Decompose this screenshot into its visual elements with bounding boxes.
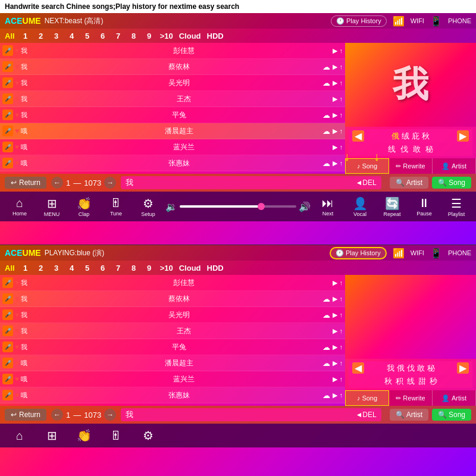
play-icon[interactable]: ▶ (333, 159, 337, 167)
table-row[interactable]: 🎤 ♥ 我 蔡依林 ☁ ▶ ↑ (0, 291, 345, 307)
page-prev-1[interactable]: ← (51, 177, 63, 189)
play-icon[interactable]: ▶ (333, 127, 337, 135)
play-icon[interactable]: ▶ (333, 295, 337, 303)
up-icon[interactable]: ↑ (340, 343, 343, 350)
table-row[interactable]: 🎤 ♥ 哦 张惠妹 ☁ ▶ ↑ (0, 387, 345, 403)
tab-hdd-2[interactable]: HDD (207, 264, 224, 273)
rewrite-action-btn-2[interactable]: ✏ Rewrite (389, 390, 433, 406)
artist-search-btn-2[interactable]: 🔍 Artist (390, 409, 428, 421)
clap-btn-2[interactable]: 👏 (69, 428, 99, 443)
char-opt[interactable]: 我 (387, 363, 394, 374)
next-btn-1[interactable]: ⏭ Next (313, 196, 343, 217)
clap-btn-1[interactable]: 👏 Clap (69, 196, 99, 217)
tune-btn-1[interactable]: 🎚 Tune (101, 196, 131, 217)
up-icon[interactable]: ↑ (340, 327, 343, 334)
tab-2-1[interactable]: 2 (36, 32, 46, 40)
tab-7-1[interactable]: 7 (114, 32, 123, 40)
volume-control-1[interactable]: 🔉 🔊 (165, 201, 311, 212)
char-opt[interactable]: 俄 (392, 131, 399, 142)
char-opt[interactable]: 俄 (397, 363, 405, 374)
up-icon[interactable]: ↑ (340, 127, 343, 134)
table-row[interactable]: 🎤 ♥ 哦 潘晨超主 ☁ ▶ ↑ (0, 355, 345, 371)
nav-left-1[interactable]: ◀ (352, 130, 364, 142)
setup-btn-2[interactable]: ⚙ (133, 428, 163, 443)
home-btn-2[interactable]: ⌂ (5, 429, 35, 443)
up-icon[interactable]: ↑ (340, 311, 343, 318)
pause-btn-1[interactable]: ⏸ Pause (409, 196, 439, 217)
handwrite-canvas-1[interactable]: 我 (345, 43, 476, 127)
nav-left-2[interactable]: ◀ (352, 362, 364, 374)
play-icon[interactable]: ▶ (333, 343, 337, 351)
play-icon[interactable]: ▶ (333, 375, 337, 383)
tab-all-2[interactable]: All (5, 264, 15, 273)
play-icon[interactable]: ▶ (333, 95, 337, 103)
table-row[interactable]: 🎤 ♥ 我 吴光明 ☁ ▶ ↑ (0, 307, 345, 323)
tab-8-2[interactable]: 8 (129, 264, 139, 273)
play-icon[interactable]: ▶ (333, 392, 337, 399)
char-opt[interactable]: 秋 (422, 131, 430, 142)
vol-knob-1[interactable] (258, 203, 265, 210)
return-btn-2[interactable]: ↩ Return (5, 409, 46, 421)
table-row[interactable]: 🎤 ♥ 哦 蓝兴兰 ▶ ↑ (0, 371, 345, 387)
char-opt[interactable]: 伐 (407, 363, 415, 374)
table-row[interactable]: 🎤 ♥ 我 吴光明 ☁ ▶ ↑ (0, 75, 345, 91)
char-opt[interactable]: 线 (407, 376, 415, 387)
play-history-btn-2[interactable]: 🕐 Play History (330, 247, 387, 259)
table-row[interactable]: 🎤 ♥ 我 王杰 ▶ ↑ (0, 91, 345, 107)
char-opt[interactable]: 积 (396, 376, 403, 387)
up-icon[interactable]: ↑ (340, 63, 343, 70)
tab-3-2[interactable]: 3 (52, 264, 61, 273)
song-search-btn-1[interactable]: 🔍 Song (432, 177, 471, 189)
search-bar-2[interactable]: 我 ◄DEL (121, 408, 381, 421)
page-next-2[interactable]: → (104, 409, 116, 421)
char-opt[interactable]: 秘 (427, 363, 435, 374)
play-history-btn-1[interactable]: 🕐 Play History (331, 15, 387, 27)
tab-8-1[interactable]: 8 (129, 32, 139, 40)
rewrite-action-btn-1[interactable]: ✏ Rewrite (389, 158, 433, 174)
play-icon[interactable]: ▶ (333, 143, 337, 151)
tab-9-1[interactable]: 9 (145, 32, 154, 40)
del-btn-2[interactable]: ◄DEL (355, 411, 376, 419)
char-opt[interactable]: 秋 (384, 376, 392, 387)
up-icon[interactable]: ↑ (340, 359, 343, 367)
playlist-btn-1[interactable]: ☰ Playlist (441, 196, 471, 217)
play-icon[interactable]: ▶ (333, 359, 337, 367)
play-icon[interactable]: ▶ (333, 63, 337, 71)
char-opt[interactable]: 伐 (400, 144, 408, 155)
nav-right-2[interactable]: ▶ (457, 362, 469, 374)
tab-6-2[interactable]: 6 (98, 264, 108, 273)
search-bar-1[interactable]: 我 ◄DEL (121, 176, 381, 189)
handwrite-canvas-2[interactable] (345, 275, 476, 359)
tab-1-2[interactable]: 1 (21, 264, 30, 273)
tab-4-2[interactable]: 4 (67, 264, 77, 273)
page-prev-2[interactable]: ← (51, 409, 63, 421)
vol-bar-1[interactable] (180, 205, 296, 208)
tab-9-2[interactable]: 9 (145, 264, 154, 273)
menu-btn-1[interactable]: ⊞ MENU (37, 196, 67, 217)
setup-btn-1[interactable]: ⚙ Setup (133, 196, 163, 217)
tab-all-1[interactable]: All (5, 32, 15, 40)
table-row[interactable]: 🎤 ♥ 哦 潘晨超主 ☁ ▶ ↑ (0, 123, 345, 139)
tab-3-1[interactable]: 3 (52, 32, 61, 40)
table-row[interactable]: 🎤 ♥ 我 彭佳慧 ▶ ↑ (0, 275, 345, 291)
table-row[interactable]: 🎤 ♥ 哦 张惠妹 ☁ ▶ ↑ (0, 155, 345, 171)
tab-hdd-1[interactable]: HDD (207, 32, 224, 40)
artist-search-btn-1[interactable]: 🔍 Artist (390, 177, 428, 189)
table-row[interactable]: 🎤 ♥ 哦 蓝兴兰 ▶ ↑ (0, 139, 345, 155)
menu-btn-2[interactable]: ⊞ (37, 428, 67, 443)
char-opt[interactable]: 绒 (402, 131, 409, 142)
up-icon[interactable]: ↑ (340, 279, 343, 286)
repeat-btn-1[interactable]: 🔄 Repeat (377, 196, 407, 217)
play-icon[interactable]: ▶ (333, 279, 337, 287)
tab-4-1[interactable]: 4 (67, 32, 77, 40)
char-opt[interactable]: 秒 (430, 376, 437, 387)
table-row[interactable]: 🎤 ♥ 我 平兔 ☁ ▶ ↑ (0, 107, 345, 123)
up-icon[interactable]: ↑ (340, 392, 343, 399)
tab-5-2[interactable]: 5 (83, 264, 92, 273)
song-search-btn-2[interactable]: 🔍 Song (432, 409, 471, 421)
page-next-1[interactable]: → (104, 177, 116, 189)
home-btn-1[interactable]: ⌂ Home (5, 196, 35, 217)
play-icon[interactable]: ▶ (333, 47, 337, 55)
tab-7-2[interactable]: 7 (114, 264, 123, 273)
up-icon[interactable]: ↑ (340, 143, 343, 151)
